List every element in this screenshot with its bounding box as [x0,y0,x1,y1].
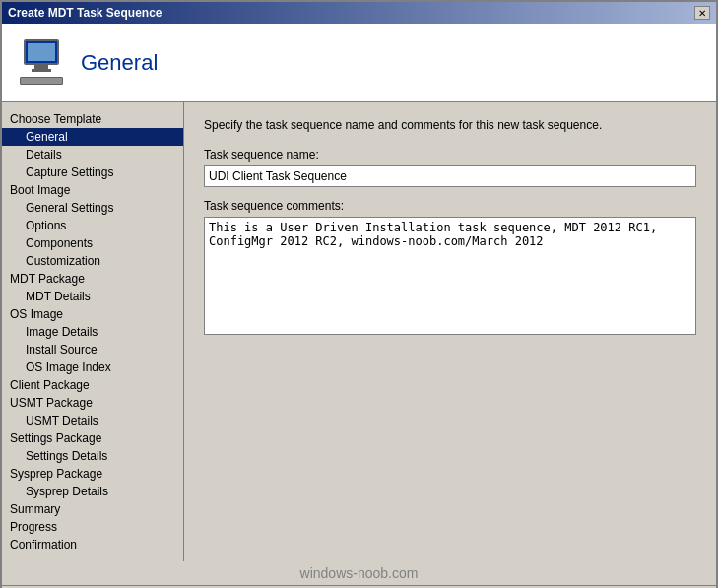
sidebar-item-options[interactable]: Options [2,217,183,234]
sidebar-item-client-package[interactable]: Client Package [2,376,183,394]
sidebar-item-general[interactable]: General [2,128,183,146]
sidebar-item-customization[interactable]: Customization [2,252,183,270]
comments-label: Task sequence comments: [204,199,696,213]
sidebar-item-choose-template[interactable]: Choose Template [2,110,183,128]
sidebar-item-components[interactable]: Components [2,234,183,252]
sidebar: Choose TemplateGeneralDetailsCapture Set… [2,102,184,561]
sidebar-item-general-settings[interactable]: General Settings [2,199,183,217]
sidebar-item-image-details[interactable]: Image Details [2,323,183,341]
window-content: General Choose TemplateGeneralDetailsCap… [2,24,716,588]
main-area: Choose TemplateGeneralDetailsCapture Set… [2,102,716,561]
sidebar-item-summary[interactable]: Summary [2,500,183,518]
sidebar-item-sysprep-details[interactable]: Sysprep Details [2,483,183,500]
sidebar-item-install-source[interactable]: Install Source [2,341,183,359]
sidebar-item-usmt-package[interactable]: USMT Package [2,394,183,412]
monitor-stand [32,69,51,72]
sidebar-item-details[interactable]: Details [2,146,183,163]
sidebar-item-mdt-details[interactable]: MDT Details [2,288,183,305]
header-area: General [2,24,716,102]
sidebar-item-os-image-index[interactable]: OS Image Index [2,359,183,376]
sidebar-item-settings-details[interactable]: Settings Details [2,447,183,465]
sidebar-item-sysprep-package[interactable]: Sysprep Package [2,465,183,483]
sidebar-item-settings-package[interactable]: Settings Package [2,429,183,447]
title-bar: Create MDT Task Sequence ✕ [2,2,716,24]
header-icon [18,39,65,87]
close-button[interactable]: ✕ [694,6,710,20]
name-group: Task sequence name: [204,148,696,187]
page-title: General [81,50,158,76]
comments-group: Task sequence comments: [204,199,696,335]
keyboard [20,77,63,85]
sidebar-item-capture-settings[interactable]: Capture Settings [2,163,183,181]
sidebar-item-confirmation[interactable]: Confirmation [2,536,183,554]
comments-textarea[interactable] [204,217,696,335]
sidebar-item-boot-image[interactable]: Boot Image [2,181,183,199]
main-window: Create MDT Task Sequence ✕ General Choos… [0,0,718,588]
content-area: Specify the task sequence name and comme… [184,102,716,561]
sidebar-item-os-image[interactable]: OS Image [2,305,183,323]
monitor-screen [28,43,55,61]
sidebar-item-progress[interactable]: Progress [2,518,183,536]
name-input[interactable] [204,165,696,187]
window-title: Create MDT Task Sequence [8,6,163,20]
sidebar-item-usmt-details[interactable]: USMT Details [2,412,183,429]
sidebar-item-mdt-package[interactable]: MDT Package [2,270,183,288]
instruction-text: Specify the task sequence name and comme… [204,118,696,132]
watermark: windows-noob.com [2,561,716,585]
monitor [24,39,59,65]
name-label: Task sequence name: [204,148,696,162]
